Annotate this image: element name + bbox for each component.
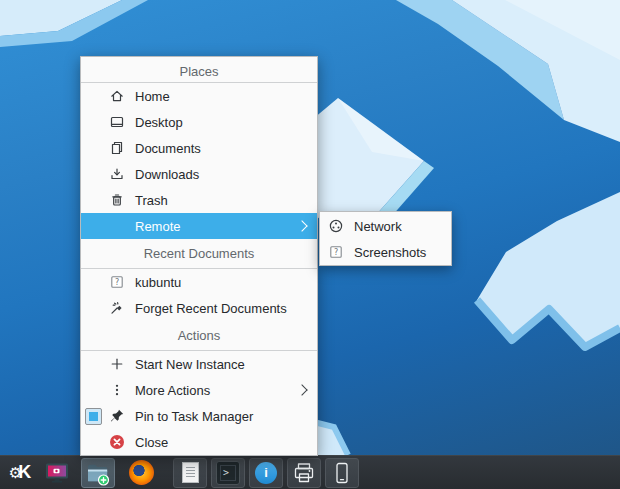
menu-item-label: Trash bbox=[135, 193, 168, 208]
menu-item-label: Close bbox=[135, 435, 168, 450]
menu-item-close[interactable]: Close bbox=[81, 429, 317, 455]
menu-item-label: Documents bbox=[135, 141, 201, 156]
home-icon bbox=[109, 88, 125, 104]
context-menu: Places Home Desktop Documents bbox=[80, 56, 318, 456]
unknown-file-icon: ? bbox=[109, 274, 125, 290]
svg-text:?: ? bbox=[115, 278, 119, 287]
submenu-item-network[interactable]: Network bbox=[320, 213, 451, 239]
menu-section-header-recent-documents: Recent Documents bbox=[81, 239, 317, 269]
menu-item-pin-to-task-manager[interactable]: Pin to Task Manager bbox=[81, 403, 317, 429]
menu-item-documents[interactable]: Documents bbox=[81, 135, 317, 161]
menu-item-label: Downloads bbox=[135, 167, 199, 182]
menu-item-trash[interactable]: Trash bbox=[81, 187, 317, 213]
trash-icon bbox=[109, 192, 125, 208]
desktop: Places Home Desktop Documents bbox=[0, 0, 620, 489]
info-icon: i bbox=[255, 462, 277, 484]
downloads-icon bbox=[109, 166, 125, 182]
menu-item-label: Pin to Task Manager bbox=[135, 409, 253, 424]
menu-item-label: Home bbox=[135, 89, 170, 104]
network-icon bbox=[328, 218, 344, 234]
printer-icon bbox=[292, 461, 316, 485]
menu-item-label: More Actions bbox=[135, 383, 210, 398]
submenu-item-screenshots[interactable]: ? Screenshots bbox=[320, 239, 451, 265]
menu-item-label: Remote bbox=[135, 219, 181, 234]
menu-item-label: Desktop bbox=[135, 115, 183, 130]
menu-item-downloads[interactable]: Downloads bbox=[81, 161, 317, 187]
menu-section-header-places: Places bbox=[81, 61, 317, 83]
phone-icon bbox=[330, 461, 354, 485]
menu-item-home[interactable]: Home bbox=[81, 83, 317, 109]
no-icon bbox=[109, 218, 125, 234]
svg-text:?: ? bbox=[334, 248, 338, 257]
menu-section-header-actions: Actions bbox=[81, 321, 317, 351]
firefox-icon bbox=[129, 460, 154, 485]
display-camera-icon bbox=[44, 461, 70, 485]
text-document-icon bbox=[182, 462, 199, 483]
menu-item-label: Start New Instance bbox=[135, 357, 245, 372]
info-task[interactable]: i bbox=[249, 458, 283, 488]
taskbar-panel: ⚙K bbox=[0, 455, 620, 489]
close-icon bbox=[109, 434, 125, 450]
printer-task[interactable] bbox=[287, 458, 321, 488]
file-manager-dolphin-task[interactable] bbox=[81, 458, 115, 488]
menu-item-label: Screenshots bbox=[354, 245, 426, 260]
kde-menu-launcher[interactable]: ⚙K bbox=[5, 458, 35, 488]
phone-task[interactable] bbox=[325, 458, 359, 488]
submenu-arrow-icon bbox=[296, 220, 307, 231]
kde-k-letter: K bbox=[18, 462, 31, 483]
terminal-icon: > bbox=[216, 461, 240, 485]
folder-icon bbox=[85, 460, 111, 486]
menu-item-more-actions[interactable]: More Actions bbox=[81, 377, 317, 403]
remote-submenu: Network ? Screenshots bbox=[319, 211, 452, 266]
unknown-file-icon: ? bbox=[328, 244, 344, 260]
pin-icon bbox=[109, 408, 125, 424]
menu-item-start-new-instance[interactable]: Start New Instance bbox=[81, 351, 317, 377]
menu-item-remote[interactable]: Remote bbox=[81, 213, 317, 239]
plus-icon bbox=[109, 356, 125, 372]
menu-item-label: Forget Recent Documents bbox=[135, 301, 287, 316]
submenu-arrow-icon bbox=[296, 384, 307, 395]
terminal-task[interactable]: > bbox=[211, 458, 245, 488]
ellipsis-icon bbox=[109, 382, 125, 398]
menu-item-kubuntu[interactable]: ? kubuntu bbox=[81, 269, 317, 295]
text-editor-task[interactable] bbox=[173, 458, 207, 488]
firefox-button[interactable] bbox=[127, 458, 155, 488]
clear-history-icon bbox=[109, 300, 125, 316]
display-app-button[interactable] bbox=[42, 458, 72, 488]
pin-checkbox[interactable] bbox=[85, 408, 102, 425]
documents-icon bbox=[109, 140, 125, 156]
menu-item-label: Network bbox=[354, 219, 402, 234]
desktop-icon bbox=[109, 114, 125, 130]
menu-item-forget-recent-documents[interactable]: Forget Recent Documents bbox=[81, 295, 317, 321]
menu-item-desktop[interactable]: Desktop bbox=[81, 109, 317, 135]
menu-item-label: kubuntu bbox=[135, 275, 181, 290]
